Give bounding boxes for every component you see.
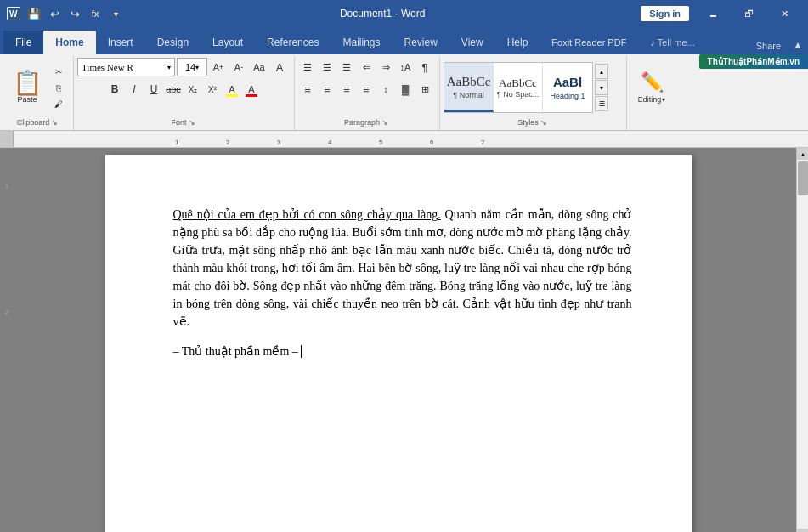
tab-file[interactable]: File xyxy=(3,31,43,54)
redo-quick-btn[interactable]: ↪ xyxy=(66,5,83,22)
style-heading1-label: Heading 1 xyxy=(550,92,585,100)
tab-foxit[interactable]: Foxit Reader PDF xyxy=(540,31,638,54)
shading-button[interactable]: ▓ xyxy=(396,80,415,99)
increase-indent-button[interactable]: ⇒ xyxy=(376,58,395,76)
text-highlight-button[interactable]: A xyxy=(223,80,241,99)
share-btn[interactable]: Share xyxy=(749,37,788,54)
gallery-scroll: ▴ ▾ ☰ xyxy=(595,64,608,111)
align-left-button[interactable]: ≡ xyxy=(298,80,317,99)
paragraph-row1: ☰ ☰ ☰ ⇐ ⇒ ↕A ¶ xyxy=(298,58,434,76)
font-format-row: B I U abc X₂ X² A A xyxy=(105,80,261,99)
paragraph-2-text: – Thủ thuật phần mềm – xyxy=(173,345,298,358)
multilevel-list-button[interactable]: ☰ xyxy=(337,58,356,76)
styles-dialog-icon[interactable]: ↘ xyxy=(540,118,547,127)
clipboard-group: 📋 Paste ✂ ⎘ 🖌 Clipboard ↘ xyxy=(3,56,74,130)
paragraph-2[interactable]: – Thủ thuật phần mềm – xyxy=(173,342,632,360)
title-bar-left: W 💾 ↩ ↪ fx ▾ xyxy=(7,5,124,22)
left-sidebar: 1 2 xyxy=(0,148,14,532)
scrollbar-up-btn[interactable]: ▴ xyxy=(797,148,809,160)
show-formatting-button[interactable]: ¶ xyxy=(415,58,434,76)
gallery-scroll-down[interactable]: ▾ xyxy=(595,80,608,95)
style-heading1[interactable]: AaBl Heading 1 xyxy=(543,63,592,112)
clipboard-label: Clipboard ↘ xyxy=(7,117,68,128)
clipboard-sub: ✂ ⎘ 🖌 xyxy=(49,64,68,111)
justify-button[interactable]: ≡ xyxy=(357,80,376,99)
window-controls: 🗕 🗗 ✕ xyxy=(696,2,801,25)
bullets-button[interactable]: ☰ xyxy=(298,58,317,76)
qa-dropdown-btn[interactable]: ▾ xyxy=(107,5,124,22)
change-case-button[interactable]: Aa xyxy=(250,58,268,76)
editing-button[interactable]: ✏️ Editing ▾ xyxy=(630,66,673,109)
paragraph-dialog-icon[interactable]: ↘ xyxy=(381,118,388,127)
title-bar: W 💾 ↩ ↪ fx ▾ Document1 - Word Sign in 🗕 … xyxy=(0,0,808,27)
copy-button[interactable]: ⎘ xyxy=(49,80,68,95)
font-family-select[interactable]: Times New R ▾ xyxy=(77,58,175,76)
align-right-button[interactable]: ≡ xyxy=(337,80,356,99)
tab-tell-me[interactable]: ♪ Tell me... xyxy=(638,31,706,54)
bold-button[interactable]: B xyxy=(105,80,124,99)
ruler-mark-4: 4 xyxy=(328,139,331,146)
line-spacing-button[interactable]: ↕ xyxy=(376,80,395,99)
font-color-button[interactable]: A xyxy=(242,80,261,99)
gallery-expand[interactable]: ☰ xyxy=(595,96,608,111)
paste-button[interactable]: 📋 Paste xyxy=(7,63,48,112)
borders-button[interactable]: ⊞ xyxy=(415,80,434,99)
ribbon-body: 📋 Paste ✂ ⎘ 🖌 Clipboard ↘ Times New R xyxy=(0,54,808,131)
close-button[interactable]: ✕ xyxy=(767,2,801,25)
style-no-space[interactable]: AaBbCc ¶ No Spac... xyxy=(494,63,543,112)
styles-group: AaBbCc ¶ Normal AaBbCc ¶ No Spac... AaBl… xyxy=(440,56,627,130)
document-page[interactable]: Quê nội của em đẹp bởi có con sông chảy … xyxy=(105,155,692,532)
document-area: 1 2 3 4 5 6 7 1 2 Quê nội của em đẹp bởi… xyxy=(0,131,808,532)
ruler-marks: 1 2 3 4 5 6 7 xyxy=(128,131,808,147)
scroll-area[interactable]: Quê nội của em đẹp bởi có con sông chảy … xyxy=(14,148,796,532)
paragraph-group: ☰ ☰ ☰ ⇐ ⇒ ↕A ¶ ≡ ≡ ≡ ≡ ↕ ▓ ⊞ xyxy=(295,56,440,130)
superscript-button[interactable]: X² xyxy=(203,80,222,99)
font-dialog-icon[interactable]: ↘ xyxy=(189,118,195,127)
undo-quick-btn[interactable]: ↩ xyxy=(46,5,63,22)
tab-review[interactable]: Review xyxy=(392,31,449,54)
decrease-indent-button[interactable]: ⇐ xyxy=(357,58,376,76)
tab-design[interactable]: Design xyxy=(145,31,201,54)
content-row: 1 2 Quê nội của em đẹp bởi có con sông c… xyxy=(0,148,808,532)
tab-references[interactable]: References xyxy=(255,31,331,54)
format-painter-button[interactable]: 🖌 xyxy=(49,96,68,111)
save-quick-btn[interactable]: 💾 xyxy=(25,5,42,22)
tab-insert[interactable]: Insert xyxy=(96,31,145,54)
style-normal-label: ¶ Normal xyxy=(453,91,483,99)
style-normal[interactable]: AaBbCc ¶ Normal xyxy=(444,63,494,112)
sign-in-button[interactable]: Sign in xyxy=(641,6,689,21)
cut-button[interactable]: ✂ xyxy=(49,64,68,79)
vertical-scrollbar[interactable]: ▴ ▾ xyxy=(796,148,808,532)
formula-btn[interactable]: fx xyxy=(87,5,104,22)
minimize-button[interactable]: 🗕 xyxy=(696,2,730,25)
numbering-button[interactable]: ☰ xyxy=(318,58,336,76)
underline-button[interactable]: U xyxy=(144,80,163,99)
tab-help[interactable]: Help xyxy=(495,31,540,54)
scrollbar-down-btn[interactable]: ▾ xyxy=(797,529,809,532)
tab-layout[interactable]: Layout xyxy=(201,31,255,54)
ribbon-collapse-btn[interactable]: ▲ xyxy=(788,36,808,54)
font-size-select[interactable]: 14 ▾ xyxy=(177,58,207,76)
align-center-button[interactable]: ≡ xyxy=(318,80,336,99)
scrollbar-thumb[interactable] xyxy=(798,161,808,195)
italic-button[interactable]: I xyxy=(125,80,144,99)
clipboard-dialog-icon[interactable]: ↘ xyxy=(51,118,58,127)
sort-button[interactable]: ↕A xyxy=(396,58,415,76)
gallery-scroll-up[interactable]: ▴ xyxy=(595,64,608,79)
tab-home[interactable]: Home xyxy=(43,31,95,54)
tab-view[interactable]: View xyxy=(449,31,495,54)
ruler-mark-6: 6 xyxy=(430,139,433,146)
subscript-button[interactable]: X₂ xyxy=(184,80,202,99)
style-nospace-label: ¶ No Spac... xyxy=(497,90,539,99)
styles-label: Styles ↘ xyxy=(444,117,621,128)
editing-label-spacer xyxy=(630,117,673,128)
tab-mailings[interactable]: Mailings xyxy=(331,31,392,54)
editing-icon: ✏️ xyxy=(641,71,664,93)
font-shrink-button[interactable]: A- xyxy=(229,58,248,76)
quick-access-toolbar: 💾 ↩ ↪ fx ▾ xyxy=(25,5,124,22)
font-grow-button[interactable]: A+ xyxy=(209,58,228,76)
clear-format-button[interactable]: A xyxy=(270,58,289,76)
strikethrough-button[interactable]: abc xyxy=(164,80,183,99)
restore-button[interactable]: 🗗 xyxy=(732,2,766,25)
paragraph-1[interactable]: Quê nội của em đẹp bởi có con sông chảy … xyxy=(173,206,632,331)
